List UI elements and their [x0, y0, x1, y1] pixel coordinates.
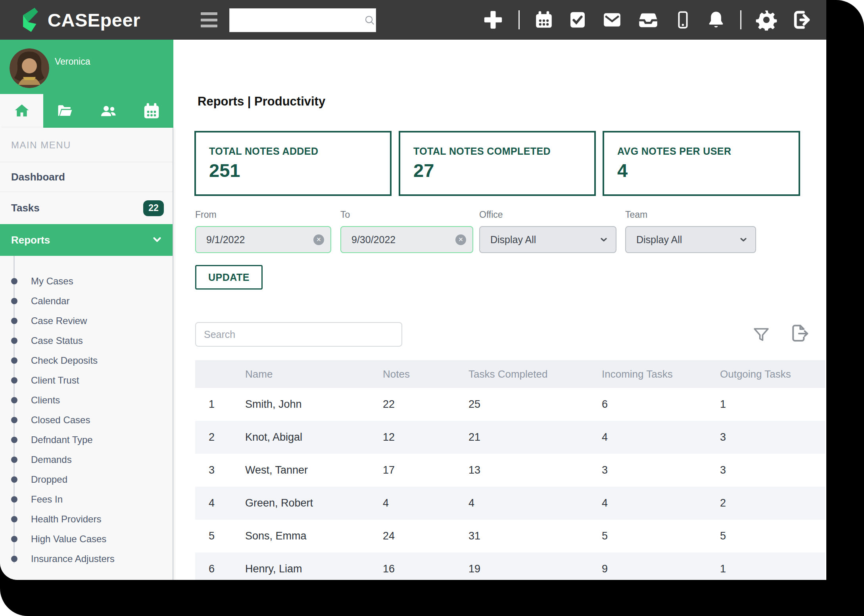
stat-card-total-notes-completed: TOTAL NOTES COMPLETED 27: [399, 131, 596, 196]
tab-contacts[interactable]: [87, 94, 130, 128]
page-title: Reports | Productivity: [198, 94, 325, 109]
tab-calendar[interactable]: [130, 94, 173, 128]
sidebar-item-health-providers[interactable]: Health Providers: [0, 509, 173, 529]
col-tasks-completed[interactable]: Tasks Completed: [455, 368, 588, 380]
sidebar-item-check-deposits[interactable]: Check Deposits: [0, 351, 173, 370]
inbox-icon[interactable]: [637, 10, 659, 30]
menu-toggle-icon[interactable]: [201, 12, 217, 27]
avatar[interactable]: [10, 48, 49, 88]
sidebar-item-closed-cases[interactable]: Closed Cases: [0, 410, 173, 430]
mail-icon[interactable]: [601, 10, 623, 30]
sidebar-item-dropped[interactable]: Dropped: [0, 470, 173, 489]
folder-open-icon: [55, 102, 75, 120]
search-icon: [364, 14, 376, 26]
chevron-down-icon: [151, 234, 163, 247]
sidebar-item-tasks[interactable]: Tasks 22: [0, 192, 173, 224]
sign-out-icon[interactable]: [791, 9, 813, 31]
col-name[interactable]: Name: [232, 368, 369, 380]
sidebar-item-client-trust[interactable]: Client Trust: [0, 370, 173, 390]
table-search-field: [195, 322, 402, 347]
sidebar-item-high-value-cases[interactable]: High Value Cases: [0, 529, 173, 549]
sidebar-item-clients[interactable]: Clients: [0, 390, 173, 410]
brand-logo[interactable]: CASEpeer: [21, 0, 140, 40]
clear-to-date-icon[interactable]: ✕: [455, 234, 466, 245]
global-search-input[interactable]: [230, 15, 364, 26]
table-row[interactable]: 1Smith, John 2225 61: [195, 388, 825, 421]
export-icon[interactable]: [789, 323, 810, 346]
table-header: Name Notes Tasks Completed Incoming Task…: [195, 360, 825, 388]
tab-home[interactable]: [0, 94, 43, 128]
sidebar-item-demands[interactable]: Demands: [0, 450, 173, 470]
home-icon: [13, 102, 31, 120]
sidebar-item-calendar[interactable]: Calendar: [0, 291, 173, 311]
stat-card-avg-notes-per-user: AVG NOTES PER USER 4: [603, 131, 800, 196]
calendar-icon[interactable]: [534, 10, 554, 30]
team-select[interactable]: Display All: [625, 226, 756, 253]
sidebar-item-my-cases[interactable]: My Cases: [0, 271, 173, 291]
global-search: [229, 8, 376, 32]
brand-name: CASEpeer: [48, 9, 140, 31]
chevron-down-icon: [599, 235, 609, 244]
table-row[interactable]: 2Knot, Abigal 1221 43: [195, 421, 825, 454]
mobile-icon[interactable]: [674, 9, 692, 31]
sidebar-item-fees-in[interactable]: Fees In: [0, 489, 173, 509]
sidebar-item-dashboard[interactable]: Dashboard: [0, 162, 173, 192]
tab-cases[interactable]: [43, 94, 86, 128]
settings-gear-icon[interactable]: [756, 9, 777, 31]
stat-card-total-notes-added: TOTAL NOTES ADDED 251: [194, 131, 392, 196]
team-label: Team: [625, 209, 647, 220]
sidebar-menu: MAIN MENU Dashboard Tasks 22 Reports My …: [0, 128, 173, 580]
col-outgoing-tasks[interactable]: Outgoing Tasks: [707, 368, 825, 380]
clear-from-date-icon[interactable]: ✕: [313, 234, 324, 245]
sidebar-item-reports[interactable]: Reports: [0, 224, 173, 256]
from-date-input[interactable]: [196, 234, 313, 246]
col-incoming-tasks[interactable]: Incoming Tasks: [588, 368, 707, 380]
user-name: Veronica: [55, 56, 90, 67]
col-notes[interactable]: Notes: [369, 368, 455, 380]
topbar-divider: [740, 10, 741, 29]
to-label: To: [340, 209, 350, 220]
sidebar-tabs: [0, 94, 173, 128]
table-row[interactable]: 4Green, Robert 44 42: [195, 487, 825, 520]
filter-icon[interactable]: [752, 325, 771, 346]
sidebar-item-case-review[interactable]: Case Review: [0, 311, 173, 331]
from-label: From: [195, 209, 217, 220]
update-button[interactable]: UPDATE: [195, 265, 263, 290]
app-window: CASEpeer: [0, 0, 826, 580]
office-label: Office: [479, 209, 503, 220]
productivity-table: Name Notes Tasks Completed Incoming Task…: [195, 360, 825, 580]
topbar-icon-group: [482, 0, 813, 40]
sidebar-item-case-status[interactable]: Case Status: [0, 331, 173, 351]
table-row[interactable]: 3West, Tanner 1713 33: [195, 454, 825, 487]
sidebar-item-defndant-type[interactable]: Defndant Type: [0, 430, 173, 450]
top-bar: CASEpeer: [0, 0, 826, 40]
tasks-count-badge: 22: [143, 200, 164, 216]
table-row[interactable]: 5Sons, Emma 2431 55: [195, 520, 825, 553]
chevron-down-icon: [739, 235, 748, 244]
tasks-check-icon[interactable]: [568, 10, 587, 30]
from-date-field: ✕: [195, 226, 331, 253]
to-date-field: ✕: [340, 226, 473, 253]
calendar-icon: [142, 102, 161, 120]
stage: CASEpeer: [0, 0, 864, 616]
sidebar-item-insurance-adjusters[interactable]: Insurance Adjusters: [0, 549, 173, 569]
topbar-divider: [518, 10, 520, 29]
table-search-input[interactable]: [196, 329, 401, 340]
main-menu-heading: MAIN MENU: [11, 140, 71, 151]
office-select[interactable]: Display All: [479, 226, 616, 253]
notifications-bell-icon[interactable]: [706, 9, 726, 31]
casepeer-logo-icon: [21, 7, 40, 33]
to-date-input[interactable]: [341, 234, 455, 246]
users-icon: [98, 102, 119, 120]
table-row[interactable]: 6Henry, Liam 1619 91: [195, 553, 825, 580]
add-icon[interactable]: [482, 9, 504, 31]
